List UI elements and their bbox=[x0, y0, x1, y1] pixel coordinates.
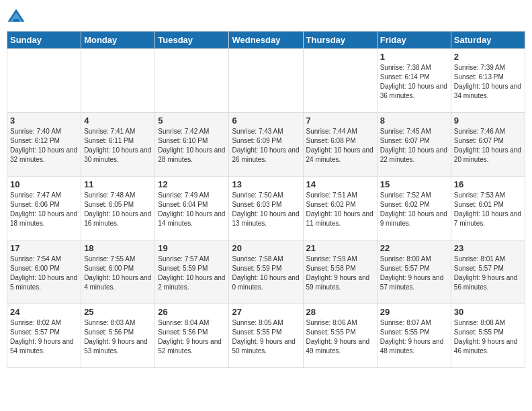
day-number: 25 bbox=[84, 307, 152, 317]
day-number: 26 bbox=[158, 307, 226, 317]
day-number: 10 bbox=[10, 179, 78, 189]
day-number: 4 bbox=[84, 116, 152, 126]
day-info: Sunrise: 8:04 AM Sunset: 5:56 PM Dayligh… bbox=[158, 318, 226, 356]
calendar-week-row: 3Sunrise: 7:40 AM Sunset: 6:12 PM Daylig… bbox=[7, 113, 525, 177]
calendar-cell bbox=[303, 49, 377, 113]
calendar-cell: 10Sunrise: 7:47 AM Sunset: 6:06 PM Dayli… bbox=[7, 177, 81, 240]
day-info: Sunrise: 7:38 AM Sunset: 6:14 PM Dayligh… bbox=[380, 63, 448, 101]
day-number: 6 bbox=[232, 116, 300, 126]
day-info: Sunrise: 7:49 AM Sunset: 6:04 PM Dayligh… bbox=[158, 191, 226, 228]
day-info: Sunrise: 8:06 AM Sunset: 5:55 PM Dayligh… bbox=[306, 318, 374, 356]
calendar-week-row: 24Sunrise: 8:02 AM Sunset: 5:57 PM Dayli… bbox=[7, 304, 525, 368]
calendar-cell: 22Sunrise: 8:00 AM Sunset: 5:57 PM Dayli… bbox=[377, 240, 451, 304]
weekday-header: Sunday bbox=[7, 32, 81, 49]
page-header bbox=[7, 7, 525, 26]
day-info: Sunrise: 7:51 AM Sunset: 6:02 PM Dayligh… bbox=[306, 191, 374, 228]
calendar-cell: 23Sunrise: 8:01 AM Sunset: 5:57 PM Dayli… bbox=[451, 240, 525, 304]
day-info: Sunrise: 7:45 AM Sunset: 6:07 PM Dayligh… bbox=[380, 127, 448, 165]
day-number: 22 bbox=[380, 243, 448, 253]
weekday-header: Tuesday bbox=[155, 32, 229, 49]
calendar-cell: 24Sunrise: 8:02 AM Sunset: 5:57 PM Dayli… bbox=[7, 304, 81, 368]
day-info: Sunrise: 8:07 AM Sunset: 5:55 PM Dayligh… bbox=[380, 318, 448, 356]
day-number: 24 bbox=[10, 307, 78, 317]
calendar-cell: 11Sunrise: 7:48 AM Sunset: 6:05 PM Dayli… bbox=[81, 177, 155, 240]
calendar-cell: 12Sunrise: 7:49 AM Sunset: 6:04 PM Dayli… bbox=[155, 177, 229, 240]
calendar-cell bbox=[155, 49, 229, 113]
logo bbox=[7, 7, 28, 26]
day-info: Sunrise: 7:46 AM Sunset: 6:07 PM Dayligh… bbox=[454, 127, 522, 165]
day-info: Sunrise: 7:57 AM Sunset: 5:59 PM Dayligh… bbox=[158, 255, 226, 292]
day-number: 5 bbox=[158, 116, 226, 126]
calendar-cell: 14Sunrise: 7:51 AM Sunset: 6:02 PM Dayli… bbox=[303, 177, 377, 240]
calendar-cell: 15Sunrise: 7:52 AM Sunset: 6:02 PM Dayli… bbox=[377, 177, 451, 240]
calendar-cell: 21Sunrise: 7:59 AM Sunset: 5:58 PM Dayli… bbox=[303, 240, 377, 304]
calendar-cell bbox=[7, 49, 81, 113]
day-info: Sunrise: 8:01 AM Sunset: 5:57 PM Dayligh… bbox=[454, 255, 522, 292]
calendar-cell: 8Sunrise: 7:45 AM Sunset: 6:07 PM Daylig… bbox=[377, 113, 451, 177]
calendar-cell: 13Sunrise: 7:50 AM Sunset: 6:03 PM Dayli… bbox=[229, 177, 303, 240]
day-info: Sunrise: 7:42 AM Sunset: 6:10 PM Dayligh… bbox=[158, 127, 226, 165]
day-number: 15 bbox=[380, 179, 448, 189]
day-number: 3 bbox=[10, 116, 78, 126]
day-number: 9 bbox=[454, 116, 522, 126]
day-info: Sunrise: 8:05 AM Sunset: 5:55 PM Dayligh… bbox=[232, 318, 300, 356]
day-number: 13 bbox=[232, 179, 300, 189]
weekday-header-row: SundayMondayTuesdayWednesdayThursdayFrid… bbox=[7, 32, 525, 49]
day-number: 2 bbox=[454, 52, 522, 62]
calendar-week-row: 10Sunrise: 7:47 AM Sunset: 6:06 PM Dayli… bbox=[7, 177, 525, 240]
svg-rect-2 bbox=[13, 19, 19, 21]
weekday-header: Friday bbox=[377, 32, 451, 49]
calendar-cell: 7Sunrise: 7:44 AM Sunset: 6:08 PM Daylig… bbox=[303, 113, 377, 177]
weekday-header: Thursday bbox=[303, 32, 377, 49]
day-number: 30 bbox=[454, 307, 522, 317]
day-number: 18 bbox=[84, 243, 152, 253]
calendar-cell: 20Sunrise: 7:58 AM Sunset: 5:59 PM Dayli… bbox=[229, 240, 303, 304]
weekday-header: Wednesday bbox=[229, 32, 303, 49]
day-number: 28 bbox=[306, 307, 374, 317]
day-number: 27 bbox=[232, 307, 300, 317]
calendar-cell: 3Sunrise: 7:40 AM Sunset: 6:12 PM Daylig… bbox=[7, 113, 81, 177]
day-number: 7 bbox=[306, 116, 374, 126]
day-info: Sunrise: 7:59 AM Sunset: 5:58 PM Dayligh… bbox=[306, 255, 374, 292]
calendar-cell: 2Sunrise: 7:39 AM Sunset: 6:13 PM Daylig… bbox=[451, 49, 525, 113]
day-info: Sunrise: 8:02 AM Sunset: 5:57 PM Dayligh… bbox=[10, 318, 78, 356]
day-number: 14 bbox=[306, 179, 374, 189]
day-number: 29 bbox=[380, 307, 448, 317]
calendar-cell: 30Sunrise: 8:08 AM Sunset: 5:55 PM Dayli… bbox=[451, 304, 525, 368]
calendar-cell: 19Sunrise: 7:57 AM Sunset: 5:59 PM Dayli… bbox=[155, 240, 229, 304]
calendar-cell: 17Sunrise: 7:54 AM Sunset: 6:00 PM Dayli… bbox=[7, 240, 81, 304]
day-number: 23 bbox=[454, 243, 522, 253]
day-info: Sunrise: 7:54 AM Sunset: 6:00 PM Dayligh… bbox=[10, 255, 78, 292]
calendar-cell: 5Sunrise: 7:42 AM Sunset: 6:10 PM Daylig… bbox=[155, 113, 229, 177]
day-info: Sunrise: 7:43 AM Sunset: 6:09 PM Dayligh… bbox=[232, 127, 300, 165]
weekday-header: Monday bbox=[81, 32, 155, 49]
day-info: Sunrise: 8:00 AM Sunset: 5:57 PM Dayligh… bbox=[380, 255, 448, 292]
day-number: 21 bbox=[306, 243, 374, 253]
calendar-cell: 1Sunrise: 7:38 AM Sunset: 6:14 PM Daylig… bbox=[377, 49, 451, 113]
day-number: 16 bbox=[454, 179, 522, 189]
day-number: 12 bbox=[158, 179, 226, 189]
day-info: Sunrise: 7:39 AM Sunset: 6:13 PM Dayligh… bbox=[454, 63, 522, 101]
day-info: Sunrise: 7:52 AM Sunset: 6:02 PM Dayligh… bbox=[380, 191, 448, 228]
day-info: Sunrise: 7:40 AM Sunset: 6:12 PM Dayligh… bbox=[10, 127, 78, 165]
day-info: Sunrise: 7:53 AM Sunset: 6:01 PM Dayligh… bbox=[454, 191, 522, 228]
calendar-week-row: 1Sunrise: 7:38 AM Sunset: 6:14 PM Daylig… bbox=[7, 49, 525, 113]
day-info: Sunrise: 7:48 AM Sunset: 6:05 PM Dayligh… bbox=[84, 191, 152, 228]
calendar-cell: 27Sunrise: 8:05 AM Sunset: 5:55 PM Dayli… bbox=[229, 304, 303, 368]
day-info: Sunrise: 7:47 AM Sunset: 6:06 PM Dayligh… bbox=[10, 191, 78, 228]
calendar-table: SundayMondayTuesdayWednesdayThursdayFrid… bbox=[7, 31, 525, 368]
logo-icon bbox=[7, 7, 26, 26]
calendar-cell: 26Sunrise: 8:04 AM Sunset: 5:56 PM Dayli… bbox=[155, 304, 229, 368]
weekday-header: Saturday bbox=[451, 32, 525, 49]
day-number: 8 bbox=[380, 116, 448, 126]
day-number: 11 bbox=[84, 179, 152, 189]
day-number: 19 bbox=[158, 243, 226, 253]
day-number: 20 bbox=[232, 243, 300, 253]
day-number: 17 bbox=[10, 243, 78, 253]
calendar-cell: 4Sunrise: 7:41 AM Sunset: 6:11 PM Daylig… bbox=[81, 113, 155, 177]
calendar-cell: 29Sunrise: 8:07 AM Sunset: 5:55 PM Dayli… bbox=[377, 304, 451, 368]
calendar-cell: 16Sunrise: 7:53 AM Sunset: 6:01 PM Dayli… bbox=[451, 177, 525, 240]
calendar-cell: 28Sunrise: 8:06 AM Sunset: 5:55 PM Dayli… bbox=[303, 304, 377, 368]
day-info: Sunrise: 7:50 AM Sunset: 6:03 PM Dayligh… bbox=[232, 191, 300, 228]
calendar-cell: 6Sunrise: 7:43 AM Sunset: 6:09 PM Daylig… bbox=[229, 113, 303, 177]
